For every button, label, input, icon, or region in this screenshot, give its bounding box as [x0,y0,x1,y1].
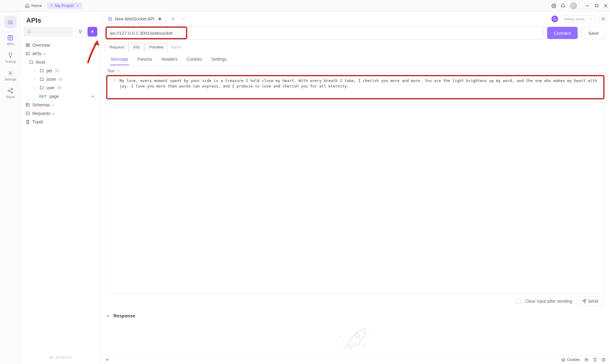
schema-icon [26,103,30,107]
tree-overview[interactable]: Overview [23,41,99,49]
response-header[interactable]: Response [101,310,610,321]
tab-settings[interactable]: Settings [211,54,228,65]
svg-point-45 [364,345,365,346]
svg-point-36 [182,19,182,19]
window-close[interactable] [604,4,608,8]
svg-rect-2 [595,4,598,7]
svg-rect-24 [26,45,27,47]
save-button[interactable]: Save [581,27,606,39]
tab-params[interactable]: Params [137,54,153,65]
svg-rect-23 [28,44,29,45]
tree-requests[interactable]: Requests ▸ [23,109,99,118]
tab-more-button[interactable] [179,15,188,23]
trash-icon [26,120,30,124]
rocket-icon [336,323,375,353]
close-icon[interactable]: ✕ [50,4,53,8]
svg-marker-18 [78,30,82,34]
caret-right-icon: ▸ [52,103,56,107]
add-button[interactable] [88,27,97,37]
subtab-preview[interactable]: Preview [145,43,168,51]
url-highlight-annotation [106,27,187,39]
unsaved-indicator [159,18,161,20]
message-editor[interactable]: 1 My love, every moment spent by your si… [106,75,605,99]
overview-icon [26,43,30,47]
svg-rect-22 [26,44,27,45]
document-tab-label: New WebSocket API [115,16,154,21]
tree-folder-pet[interactable]: › pet (8) [23,66,99,75]
editor-content[interactable]: My love, every moment spent by your side… [107,76,603,91]
sync-icon[interactable] [551,16,558,22]
svg-point-12 [8,90,9,92]
brand-icon [49,355,54,360]
status-help-icon[interactable] [601,358,606,362]
send-button[interactable]: Send [577,297,603,306]
status-cookies[interactable]: Cookies [561,358,580,362]
tree-folder-user[interactable]: › user (9) [23,84,99,92]
rail-apis[interactable]: APIs [7,35,14,46]
tab-message[interactable]: Message [110,54,129,65]
clear-input-label: Clear input after sending [526,299,572,304]
rail-settings[interactable]: Settings [4,70,16,81]
main-area: New WebSocket API Select envir... [101,12,610,364]
status-shirt-icon[interactable] [593,358,597,362]
clear-input-checkbox[interactable] [516,299,521,304]
window-minimize[interactable] [586,4,589,8]
rail-share[interactable]: Share [6,88,15,99]
caret-right-icon: ▸ [53,112,56,115]
tab-home[interactable]: Home [22,2,45,9]
collapse-panel-button[interactable] [105,358,110,362]
name-placeholder[interactable]: Name [171,45,181,49]
connect-button[interactable]: Connect [547,27,578,39]
filter-button[interactable] [75,27,85,37]
status-upload-icon[interactable] [584,358,589,362]
user-avatar[interactable] [570,2,577,9]
svg-point-10 [10,73,11,74]
search-icon [27,30,31,34]
tree-folder-store[interactable]: › store (4) [23,75,99,84]
tree-trash[interactable]: Trash [23,118,99,126]
document-tab[interactable]: New WebSocket API [103,14,166,23]
chevron-right-icon: › [34,78,37,81]
url-input[interactable] [110,30,183,36]
left-rail: APIs Testing Settings Share [0,12,21,364]
svg-rect-27 [26,103,30,107]
environment-select[interactable]: Select envir... [561,15,596,23]
bell-icon[interactable] [561,3,565,8]
cookie-icon [561,358,565,362]
send-icon [582,299,586,303]
svg-rect-25 [28,45,29,47]
sidebar-brand: APIDOG [21,352,100,364]
folder-icon [29,60,34,64]
search-input[interactable] [24,27,73,37]
svg-point-31 [52,356,53,357]
filter-icon [78,30,82,34]
svg-point-13 [11,92,13,93]
settings-gear-icon[interactable] [551,3,556,8]
subtab-request[interactable]: Request [105,43,129,51]
tree-endpoint-page[interactable]: GET page [23,92,99,101]
svg-point-33 [52,358,53,359]
svg-point-29 [51,356,52,358]
svg-line-14 [9,89,11,90]
folder-icon [40,77,44,81]
tree-apis-node[interactable]: APIs ▾ [23,49,99,58]
tab-headers[interactable]: Headers [161,54,178,65]
panel-menu-button[interactable] [599,15,608,23]
content-type-select[interactable]: Text [101,66,610,75]
svg-point-30 [50,356,51,357]
tree-schemas[interactable]: Schemas ▸ [23,101,99,109]
window-maximize[interactable] [595,4,598,8]
svg-rect-6 [8,21,13,23]
tab-project[interactable]: ✕ My Project [47,2,82,9]
new-tab-button[interactable] [169,15,177,23]
tree-root[interactable]: Root [23,58,99,66]
svg-point-47 [562,358,565,361]
tab-cookies[interactable]: Cookies [186,54,203,65]
svg-line-17 [30,33,31,34]
request-icon [26,111,30,116]
editor-empty-area[interactable] [106,99,605,294]
app-logo[interactable] [4,16,16,28]
svg-point-46 [340,336,340,337]
rail-testing[interactable]: Testing [5,52,16,63]
subtab-info[interactable]: Info [129,43,145,51]
